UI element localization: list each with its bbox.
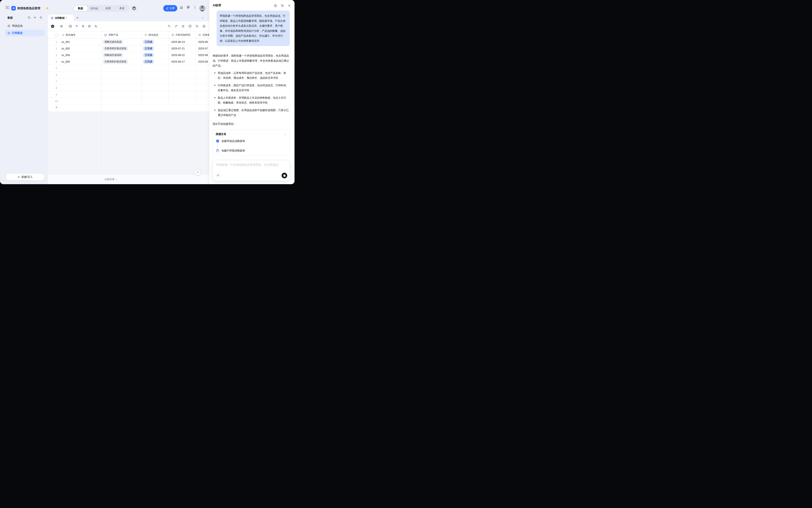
sidebar-search-icon[interactable] (28, 16, 31, 19)
table-row[interactable]: 7 (48, 78, 209, 85)
assistant-message-intro: 根据您的需求，我将搭建一个跨境电商选品管理系统，包含周选品池、打样跟进、新品上市… (213, 53, 290, 68)
cell-sample-id[interactable]: sz_001 (61, 39, 100, 45)
table-row[interactable]: 2 sz_002 天然有机护肤品套装 已完成 2025-07-21 2025-0… (48, 45, 209, 52)
add-row-button[interactable] (48, 104, 209, 110)
table-row[interactable]: 1 sz_001 便携式迷你风扇 已完成 2025-06-13 2025-06 (48, 39, 209, 45)
table-row[interactable]: 3 sz_003 智能温控保温杯 已完成 2025-08-22 2025-08 (48, 52, 209, 58)
form-edit-button[interactable] (188, 25, 192, 28)
row-number: 4 (53, 58, 60, 65)
tab-apps[interactable]: 应用 (101, 6, 115, 11)
table-row[interactable]: 5 (48, 65, 209, 72)
sidebar-item-weekly-pool[interactable]: 周选品池 (5, 23, 45, 29)
app-logo (11, 6, 16, 10)
redo-button[interactable] (174, 25, 178, 28)
bottom-status-bar: 12条记录 (48, 174, 209, 184)
close-panel-button[interactable] (287, 4, 291, 7)
task-row-in-progress[interactable]: 创建打样跟进数据表 (216, 149, 287, 153)
cell-product[interactable]: 智能温控保温杯 (103, 52, 140, 58)
cell-task-date[interactable]: 2025-06 (198, 39, 209, 45)
field-settings-button[interactable] (59, 25, 63, 28)
svg-text:2: 2 (62, 35, 62, 36)
cell-task-date[interactable]: 2025-09 (198, 58, 209, 65)
shield-lock-icon (186, 5, 190, 9)
new-import-button[interactable]: 新建/导入 (6, 173, 44, 180)
filter-button[interactable] (75, 25, 79, 28)
user-avatar[interactable] (199, 5, 205, 11)
question-icon: ? (197, 171, 198, 174)
table-row[interactable]: 9 (48, 91, 209, 98)
column-header-task-date[interactable]: 任务截止时间 (198, 31, 209, 39)
cell-product[interactable]: 便携式迷你风扇 (103, 39, 140, 45)
column-header-sample-id[interactable]: 1 2 样品编号 (61, 31, 99, 39)
favorite-star-icon[interactable] (46, 7, 49, 10)
chat-input[interactable] (213, 160, 289, 171)
attach-file-button[interactable] (215, 172, 221, 178)
cell-start-date[interactable]: 2025-08-22 (171, 52, 194, 58)
toolbar-right (164, 21, 206, 31)
sidebar-item-sampling[interactable]: 打样跟进 (5, 30, 45, 36)
extensions-button[interactable] (179, 5, 183, 9)
cell-status[interactable]: 已完成 (143, 39, 167, 45)
record-count[interactable]: 12条记录 (104, 178, 118, 181)
help-button[interactable]: ? (195, 170, 200, 175)
column-header-start-date[interactable]: 打样开始时间 (171, 31, 195, 39)
sidebar-add-icon[interactable] (33, 16, 37, 19)
task-row-done[interactable]: 创建周选品池数据表 (216, 139, 287, 143)
cell-start-date[interactable]: 2025-06-13 (171, 39, 194, 45)
cell-sample-id[interactable]: sz_004 (61, 58, 100, 65)
task-card-header[interactable]: 搭建任务 (216, 132, 287, 136)
cell-sample-id[interactable]: sz_003 (61, 52, 100, 58)
sidebar-tools (28, 16, 42, 19)
stop-generating-button[interactable] (281, 173, 287, 178)
row-number: 3 (53, 52, 60, 58)
hamburger-menu-icon[interactable] (6, 6, 9, 9)
viewbar-chevron-down-icon[interactable] (201, 16, 204, 19)
new-chat-button[interactable] (273, 4, 277, 7)
cell-product[interactable]: 天然有机护肤品套装 (103, 58, 140, 65)
share-icon (166, 7, 169, 10)
base-logo-icon (12, 7, 15, 10)
select-all-checkbox[interactable] (55, 34, 58, 37)
sidebar: 数据 周选品池 打样跟进 (0, 15, 48, 184)
column-header-status[interactable]: 样品状态 (144, 31, 168, 39)
row-height-button[interactable] (88, 25, 91, 28)
table-row[interactable]: 8 (48, 85, 209, 91)
column-header-label: 任务截止时间 (202, 33, 209, 37)
add-view-icon[interactable] (76, 16, 79, 19)
record-count-label: 12条记录 (104, 178, 115, 181)
more-menu-button[interactable] (193, 5, 197, 9)
search-button[interactable] (195, 25, 199, 28)
view-options-icon[interactable] (66, 17, 67, 19)
cell-status[interactable]: 已完成 (143, 52, 167, 58)
cell-start-date[interactable]: 2025-09-17 (171, 58, 194, 65)
table-row[interactable]: 4 sz_004 天然有机护肤品套装 已完成 2025-09-17 2025-0… (48, 58, 209, 65)
fill-color-button[interactable] (94, 25, 98, 28)
chat-history-button[interactable] (280, 4, 284, 7)
cell-start-date[interactable]: 2025-07-21 (171, 45, 194, 52)
undo-button[interactable] (167, 25, 171, 28)
share-button[interactable]: 分享 (163, 5, 177, 11)
swirl-icon (132, 6, 136, 10)
calendar-icon (198, 34, 201, 37)
card-view-button[interactable] (69, 25, 72, 28)
table-row[interactable]: 6 (48, 72, 209, 78)
permissions-button[interactable] (186, 5, 190, 9)
cell-task-date[interactable]: 2025-07 (198, 45, 209, 52)
comment-button[interactable] (202, 25, 206, 28)
view-tab-all-data[interactable]: 全部数据 (48, 15, 74, 21)
table-row[interactable]: 10 (48, 98, 209, 104)
tab-forms[interactable]: 表单 (115, 6, 129, 11)
sort-button[interactable] (81, 25, 85, 28)
cell-status[interactable]: 已完成 (143, 58, 167, 65)
tab-automation[interactable]: 自动化 (88, 6, 101, 11)
cell-sample-id[interactable]: sz_002 (61, 45, 100, 52)
assistant-swirl-button[interactable] (131, 5, 137, 11)
history-button[interactable] (181, 25, 185, 28)
sidebar-collapse-icon[interactable] (39, 16, 42, 19)
cell-product[interactable]: 天然有机护肤品套装 (103, 45, 140, 52)
add-record-button[interactable] (51, 25, 54, 28)
column-header-product[interactable]: 关联产品 (104, 31, 140, 39)
tab-data[interactable]: 数据 (74, 6, 88, 11)
cell-task-date[interactable]: 2025-08 (198, 52, 209, 58)
cell-status[interactable]: 已完成 (143, 45, 167, 52)
